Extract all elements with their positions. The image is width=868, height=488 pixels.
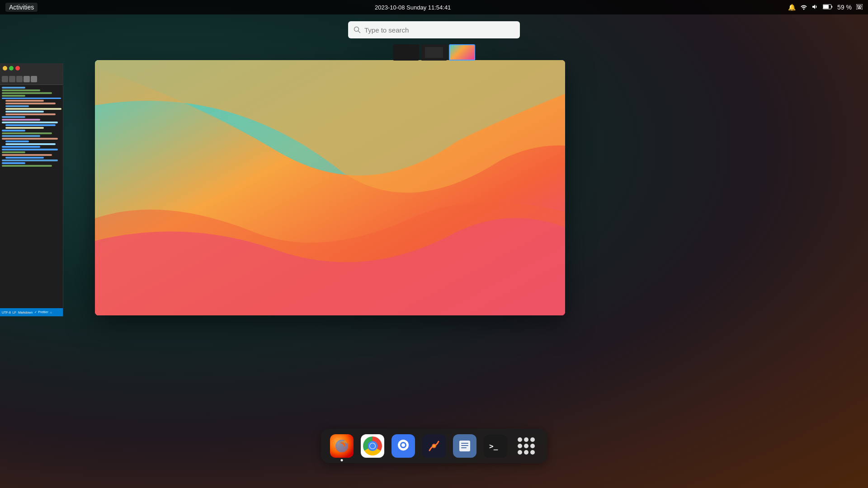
dock-icon-signal[interactable] <box>392 434 415 458</box>
toolbar-icon-4 <box>24 76 30 82</box>
svg-rect-11 <box>858 8 861 9</box>
terminal-logo: >_ <box>488 440 503 452</box>
svg-rect-23 <box>461 443 468 444</box>
restore-button[interactable] <box>9 66 14 70</box>
editor-toolbar <box>0 73 63 85</box>
signal-logo <box>396 438 411 454</box>
status-encoding: UTF-8 <box>2 311 11 314</box>
search-icon <box>354 26 361 33</box>
workspace-preview[interactable] <box>95 60 565 315</box>
notes-logo <box>458 439 472 453</box>
svg-point-18 <box>401 443 405 447</box>
code-spacer <box>2 98 61 99</box>
appgrid-dot <box>530 444 535 448</box>
status-line-ending: LF <box>13 311 16 314</box>
code-line <box>2 119 40 121</box>
workspace-thumb-3[interactable] <box>449 44 475 61</box>
toolbar-icon-5 <box>31 76 37 82</box>
topbar-right: 🔔 59 % <box>788 4 863 11</box>
code-line <box>2 165 52 167</box>
wallpaper-waves <box>95 60 565 315</box>
dock-icon-hypnotix[interactable] <box>422 434 446 458</box>
code-line <box>2 149 58 150</box>
code-line <box>5 124 56 126</box>
battery-percentage: 59 % <box>837 4 852 11</box>
workspace-wallpaper <box>95 60 565 315</box>
battery-status <box>823 4 833 11</box>
dock-icon-terminal[interactable]: >_ <box>484 434 507 458</box>
svg-rect-4 <box>857 5 858 6</box>
code-line <box>2 132 52 134</box>
dock-icon-chromium[interactable] <box>361 434 384 458</box>
svg-rect-7 <box>861 5 862 6</box>
svg-rect-6 <box>860 5 861 6</box>
workspace-thumb-2-inner <box>425 47 443 58</box>
code-line <box>5 108 61 110</box>
code-line <box>5 100 44 102</box>
code-line <box>2 146 40 148</box>
code-line <box>2 162 25 164</box>
code-line <box>5 105 29 107</box>
svg-rect-24 <box>461 445 468 446</box>
status-language: Markdown <box>18 311 33 314</box>
code-line <box>2 116 25 118</box>
editor-content <box>0 85 63 169</box>
svg-rect-9 <box>859 6 860 7</box>
svg-rect-2 <box>823 5 829 9</box>
status-formatter: ✓ Prettier <box>34 310 48 314</box>
svg-rect-8 <box>857 6 858 7</box>
code-line <box>2 95 25 97</box>
code-line <box>2 135 40 137</box>
code-line <box>2 87 25 89</box>
toolbar-icon-1 <box>2 76 8 82</box>
workspace-thumb-1[interactable] <box>393 44 419 61</box>
firefox-logo <box>334 438 350 454</box>
svg-rect-10 <box>861 6 862 7</box>
svg-rect-1 <box>831 6 832 8</box>
svg-line-13 <box>359 31 361 33</box>
appgrid-dot <box>524 450 528 455</box>
dock-icon-appgrid[interactable] <box>514 434 538 458</box>
code-line <box>5 141 29 142</box>
svg-point-21 <box>433 445 435 447</box>
search-container <box>348 21 520 38</box>
wifi-icon[interactable] <box>800 4 807 11</box>
workspace-switcher <box>393 44 475 61</box>
notification-icon[interactable]: 🔔 <box>788 4 796 11</box>
toolbar-icon-3 <box>16 76 23 82</box>
appgrid-dot <box>518 437 522 442</box>
code-line <box>5 143 56 145</box>
search-bar[interactable] <box>348 21 520 38</box>
appgrid-dot <box>524 437 528 442</box>
appgrid-dot <box>530 450 535 455</box>
code-line <box>2 122 58 123</box>
code-line <box>5 103 56 104</box>
dock: >_ <box>321 429 547 463</box>
close-button[interactable] <box>15 66 20 70</box>
code-line <box>5 113 56 115</box>
svg-text:>_: >_ <box>489 442 498 450</box>
dock-icon-notes[interactable] <box>453 434 476 458</box>
minimize-button[interactable] <box>3 66 7 70</box>
appgrid-grid <box>518 437 535 455</box>
workspace-thumb-2[interactable] <box>421 44 447 61</box>
search-input[interactable] <box>364 26 514 34</box>
code-line <box>2 138 58 140</box>
topbar-datetime: 2023-10-08 Sunday 11:54:41 <box>375 4 451 11</box>
status-symbol: ○ <box>50 311 52 314</box>
svg-point-12 <box>354 27 359 32</box>
keyboard-icon[interactable] <box>856 4 863 11</box>
activities-button[interactable]: Activities <box>5 3 38 12</box>
editor-titlebar <box>0 63 63 73</box>
appgrid-dot <box>518 444 522 448</box>
sound-icon[interactable] <box>812 4 818 11</box>
code-line <box>5 111 44 113</box>
hypnotix-logo <box>426 438 442 454</box>
code-line <box>2 151 25 153</box>
appgrid-dot <box>518 450 522 455</box>
editor-window-thumbnail[interactable]: UTF-8 LF Markdown ✓ Prettier ○ <box>0 63 63 316</box>
dock-icon-firefox[interactable] <box>330 434 354 458</box>
appgrid-dot <box>524 444 528 448</box>
code-line <box>2 160 58 161</box>
topbar: Activities 2023-10-08 Sunday 11:54:41 🔔 … <box>0 0 868 14</box>
